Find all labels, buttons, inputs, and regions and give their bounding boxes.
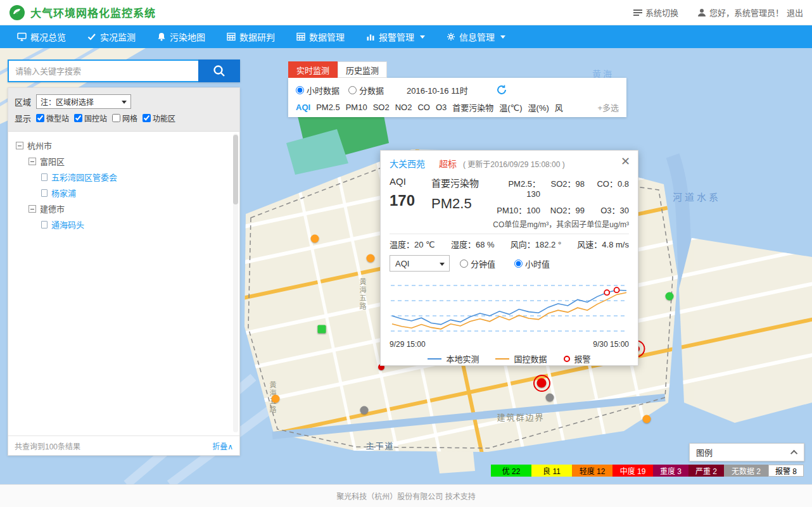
monitor-tabs: 实时监测 历史监测 xyxy=(288,61,387,78)
weather-wind-direction: 风向：182.2 ° xyxy=(511,238,561,250)
refresh-icon[interactable] xyxy=(496,84,507,96)
nav-item-info-management[interactable]: 信息管理 xyxy=(436,25,516,48)
radio-hour-data[interactable]: 小时数据 xyxy=(296,84,339,96)
param-wind[interactable]: 风 xyxy=(555,101,563,113)
station-marker[interactable] xyxy=(360,406,369,415)
scrollbar-thumb[interactable] xyxy=(233,135,238,204)
map-toolbar: 小时数据 分数据 2016-10-16 11时 AQI PM2.5 PM10 S… xyxy=(288,78,626,117)
tree-node-yangjiapu[interactable]: 杨家浦 xyxy=(12,185,236,201)
tree-node-wucaiwan[interactable]: 五彩湾园区管委会 xyxy=(12,169,236,185)
param-humidity[interactable]: 湿(%) xyxy=(528,101,549,113)
reading-pm10: PM10：100 xyxy=(496,204,540,216)
legend-segment: 良 11 xyxy=(531,465,572,477)
collapse-toggle-icon[interactable] xyxy=(29,205,36,213)
station-marker[interactable] xyxy=(666,292,674,301)
system-switch-button[interactable]: 系统切换 xyxy=(633,6,678,18)
search-button[interactable] xyxy=(198,59,240,82)
main-nav: 概况总览 实况监测 污染地图 数据研判 数据管理 报警管理 信息管理 xyxy=(0,25,812,48)
radio[interactable] xyxy=(348,86,357,94)
param-aqi[interactable]: AQI xyxy=(296,103,310,112)
alarm-ring-icon xyxy=(533,375,550,392)
aqi-label: AQI xyxy=(390,176,415,187)
reading-no2: NO2：99 xyxy=(540,204,585,216)
display-option-micro-station[interactable]: 微型站 xyxy=(36,113,69,123)
radio[interactable] xyxy=(296,86,304,94)
app-window: 大气环境网格化监控系统 系统切换 您好，系统管理员！ 退出 概况总览 xyxy=(0,0,812,507)
chevron-down-icon xyxy=(420,35,425,39)
chevron-down-icon xyxy=(500,35,505,39)
radio[interactable] xyxy=(514,260,523,268)
station-marker[interactable] xyxy=(537,379,547,388)
display-option-function-zone[interactable]: 功能区 xyxy=(143,113,175,123)
collapse-link[interactable]: 折叠∧ xyxy=(212,441,233,451)
checkbox[interactable] xyxy=(112,114,120,122)
radio[interactable] xyxy=(460,260,468,268)
region-tree: 杭州市 富阳区 五彩湾园区管委会 杨家浦 建德市 通海码头 xyxy=(8,131,239,435)
panel-footer: 共查询到100条结果 折叠∧ xyxy=(8,435,239,455)
station-doc-icon xyxy=(41,189,48,197)
unit-note: CO单位是mg/m³，其余因子单位是ug/m³ xyxy=(390,218,629,229)
chevron-up-icon[interactable] xyxy=(790,449,797,456)
param-pm10[interactable]: PM10 xyxy=(346,103,367,112)
search-icon xyxy=(212,64,226,78)
station-marker[interactable] xyxy=(318,325,326,334)
station-marker[interactable] xyxy=(272,395,280,403)
user-menu[interactable]: 您好，系统管理员！ 退出 xyxy=(697,6,803,18)
param-pm25[interactable]: PM2.5 xyxy=(316,103,340,112)
chart-x-axis: 9/29 15:00 9/30 15:00 xyxy=(390,340,629,349)
radio-hour-value[interactable]: 小时值 xyxy=(514,258,550,270)
tree-node-hangzhou[interactable]: 杭州市 xyxy=(12,137,236,153)
tab-history[interactable]: 历史监测 xyxy=(338,61,387,78)
filter-box: 区域 注：区域树选择 显示 微型站 国控站 网格 功能区 xyxy=(8,88,239,132)
tree-node-fuyang[interactable]: 富阳区 xyxy=(12,153,236,169)
station-marker[interactable] xyxy=(367,254,375,263)
checkbox[interactable] xyxy=(36,114,44,122)
bar-chart-icon xyxy=(366,32,375,41)
trend-chart xyxy=(390,275,629,339)
factor-select[interactable]: AQI xyxy=(390,255,450,272)
legend-segment: 中度 19 xyxy=(612,465,653,477)
nav-item-overview[interactable]: 概况总览 xyxy=(6,25,77,48)
legend-segment: 无数据 2 xyxy=(724,465,768,477)
logout-link[interactable]: 退出 xyxy=(787,6,803,18)
tree-node-jiande[interactable]: 建德市 xyxy=(12,201,236,216)
nav-item-data-management[interactable]: 数据管理 xyxy=(286,25,355,48)
region-select[interactable]: 注：区域树选择 xyxy=(36,94,131,109)
user-icon xyxy=(697,8,706,17)
check-icon xyxy=(87,32,96,41)
chevron-down-icon xyxy=(440,263,445,266)
checkbox[interactable] xyxy=(74,114,82,122)
datetime-picker[interactable]: 2016-10-16 11时 xyxy=(407,84,468,96)
radio-minute-data[interactable]: 分数据 xyxy=(348,84,384,96)
param-primary-pollutant[interactable]: 首要污染物 xyxy=(452,101,493,113)
tab-realtime[interactable]: 实时监测 xyxy=(288,61,338,78)
station-marker[interactable] xyxy=(546,394,554,402)
param-so2[interactable]: SO2 xyxy=(373,103,390,112)
nav-item-data-analysis[interactable]: 数据研判 xyxy=(216,25,286,48)
param-temperature[interactable]: 温(℃) xyxy=(499,101,522,113)
checkbox[interactable] xyxy=(143,114,151,122)
display-option-national-station[interactable]: 国控站 xyxy=(74,113,107,123)
search-input[interactable] xyxy=(8,59,198,82)
display-option-grid[interactable]: 网格 xyxy=(112,113,137,123)
nav-item-alarm-management[interactable]: 报警管理 xyxy=(355,25,436,48)
radio-minute-value[interactable]: 分钟值 xyxy=(460,258,495,270)
close-icon[interactable]: ✕ xyxy=(621,156,630,167)
tree-node-tonghai[interactable]: 通海码头 xyxy=(12,216,236,232)
multi-select-button[interactable]: +多选 xyxy=(597,101,619,113)
collapse-toggle-icon[interactable] xyxy=(29,158,36,165)
param-o3[interactable]: O3 xyxy=(436,103,447,112)
reading-co: CO：0.8 xyxy=(585,177,629,199)
legend-segment: 严重 2 xyxy=(688,465,724,477)
collapse-toggle-icon[interactable] xyxy=(16,142,23,149)
station-marker[interactable] xyxy=(643,415,651,423)
page-footer: 聚光科技（杭州）股份有限公司 技术支持 xyxy=(0,484,812,507)
legend-segment: 轻度 12 xyxy=(572,465,612,477)
nav-item-pollution-map[interactable]: 污染地图 xyxy=(146,25,216,48)
param-co[interactable]: CO xyxy=(417,103,430,112)
scrollbar-track[interactable] xyxy=(233,134,238,432)
station-marker[interactable] xyxy=(311,235,319,243)
nav-item-live-monitoring[interactable]: 实况监测 xyxy=(77,25,146,48)
search-bar xyxy=(8,59,240,82)
param-no2[interactable]: NO2 xyxy=(395,103,412,112)
